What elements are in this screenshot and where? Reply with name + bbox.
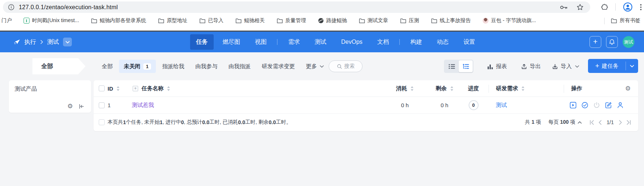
extensions-icon[interactable] [601,4,608,10]
sidebar-settings-gear-icon[interactable]: ⚙ [67,103,73,109]
start-task-icon[interactable] [570,102,577,109]
nav-item[interactable]: 燃尽图 [217,34,246,50]
report-button[interactable]: 报表 [487,60,507,73]
first-page-button[interactable] [589,120,595,125]
progress-indicator: 0 [469,100,479,110]
sidebar-header[interactable]: 全部 [32,58,85,74]
prev-page-button[interactable] [598,120,603,125]
row-actions [570,97,624,113]
user-avatar[interactable]: 测试 [623,36,634,48]
sidebar-collapse-icon[interactable] [78,103,84,109]
column-settings-gear-icon[interactable]: ⚙ [625,80,631,96]
bookmark-item[interactable]: I 线上事故报告 [431,17,471,24]
sort-icon[interactable] [450,86,454,91]
column-remaining[interactable]: 剩余 [427,80,462,96]
bookmark-item[interactable]: I 门户 [1,17,12,24]
pagination: 1/1 [589,119,631,125]
nav-item[interactable]: DevOps [335,34,368,50]
chevron-down-icon[interactable] [575,65,579,68]
create-task-caret[interactable] [626,59,638,73]
notifications-bell-icon[interactable] [606,36,618,48]
search-input[interactable]: 搜索 [329,60,363,72]
nav-item[interactable]: 构建 [405,34,428,50]
breadcrumb-separator-icon [40,40,43,44]
page-size-select[interactable]: 每页 100 项 [548,119,581,126]
project-label[interactable]: 测试 [47,38,59,46]
bookmark-item[interactable]: I 豆包 - 字节跳动旗... [483,17,536,24]
filter-tab[interactable]: 研发需求变更 [257,60,300,73]
nav-item[interactable]: 需求 [282,34,306,50]
table-footer: 本页共 1 个任务, 未开始 1, 进行中 0, 总预计 0.0 工时, 已消耗… [94,114,638,131]
sort-icon[interactable] [116,86,120,91]
nav-item[interactable]: 动态 [431,34,455,50]
site-info-icon[interactable] [8,4,14,10]
footer-checkbox[interactable] [99,119,105,125]
bookmark-item[interactable]: I 鲲驰内部各登录系统 [91,17,146,24]
url-text[interactable]: 127.0.0.1/zentao/execution-task.html [19,4,560,11]
filter-tabs: 全部 未关闭 1 指派给我 [97,60,329,73]
bookmark-item[interactable]: I 所有书签 [611,17,640,24]
app-label[interactable]: 执行 [24,38,36,46]
finish-task-icon[interactable] [581,102,588,109]
task-table: ID + 任务名称 消耗 剩余 进度 [94,80,638,131]
filter-tab[interactable]: 由我指派 [224,60,255,73]
row-checkbox[interactable] [99,102,105,108]
nav-item[interactable]: 任务 [190,34,214,50]
bookmark-item[interactable]: I 测试文章 [359,17,388,24]
project-switch-caret[interactable] [63,38,72,46]
nav-item[interactable]: 设置 [458,34,481,50]
filter-tab[interactable]: 由我参与 [190,60,222,73]
task-remaining: 0 h [427,97,462,113]
edit-task-icon[interactable] [605,102,612,109]
sidebar-item-product[interactable]: 测试产品 [9,80,91,92]
filter-tab[interactable]: 未关闭 1 [119,60,156,73]
export-button[interactable]: 导出 [521,60,541,73]
create-task-button[interactable]: + 建任务 [588,59,638,73]
nav-item[interactable]: 视图 [249,34,273,50]
bookmark-item[interactable]: I 原型地址 [158,17,188,24]
expand-all-icon[interactable]: + [133,86,138,91]
import-icon [552,63,558,70]
nav-item[interactable]: 测试 [309,34,332,50]
sort-icon[interactable] [410,86,414,91]
bookmark-item[interactable]: I 时间戳(Unix timest... [24,17,79,24]
column-actions: 操作 [571,80,582,96]
assign-task-icon[interactable] [617,102,624,109]
list-view-button[interactable] [445,60,459,72]
filter-tab[interactable]: 更多 [301,60,329,73]
search-icon [337,64,342,69]
bookmark-star-icon[interactable] [577,4,584,11]
column-requirement[interactable]: 研发需求 [496,80,525,96]
tree-view-button[interactable] [459,60,473,72]
sort-icon[interactable] [521,86,525,91]
folder-icon [158,18,164,24]
browser-profile-icon[interactable] [623,2,633,12]
bookmark-item[interactable]: I 压测 [400,17,419,24]
bookmark-item[interactable]: I 已导入 [199,17,224,24]
global-add-button[interactable]: + [589,36,601,48]
address-bar[interactable]: 127.0.0.1/zentao/execution-task.html [3,1,590,13]
column-consumed[interactable]: 消耗 [385,80,425,96]
bookmark-item[interactable]: I 鲲驰相关 [235,17,265,24]
filter-tab[interactable]: 指派给我 [157,60,189,73]
nav-item[interactable]: 文档 [371,34,395,50]
browser-menu-icon[interactable] [640,4,642,10]
next-page-button[interactable] [617,120,623,125]
column-id[interactable]: ID [108,80,120,96]
password-key-icon[interactable] [560,5,568,10]
close-task-icon[interactable] [593,102,600,109]
requirement-link[interactable]: 测试 [496,97,507,113]
last-page-button[interactable] [626,120,631,125]
chevron-down-icon [320,65,324,68]
select-all-checkbox[interactable] [99,85,105,91]
column-progress[interactable]: 进度 [460,80,487,96]
sidebar-panel: 测试产品 ⚙ [9,80,91,113]
import-button[interactable]: 导入 [552,60,579,73]
bookmark-item[interactable]: I 质量管理 [277,17,306,24]
task-name-link[interactable]: 测试惹我 [132,97,154,113]
column-name[interactable]: 任务名称 [141,80,170,96]
filter-tab[interactable]: 全部 [97,60,118,73]
bookmark-item[interactable]: I 路捷鲲驰 [318,17,347,24]
sort-icon[interactable] [167,86,170,91]
task-id: 1 [108,97,111,113]
